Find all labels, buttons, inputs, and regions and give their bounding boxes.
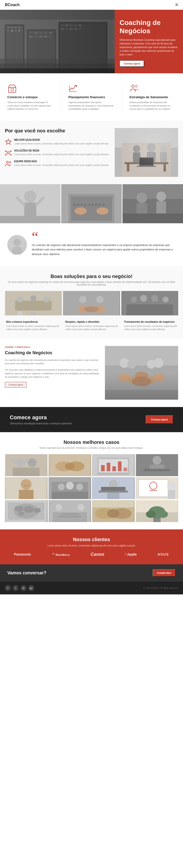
sol-card-title-1: Simples, rápido e divertido: [65, 320, 118, 323]
svg-point-100: [13, 239, 21, 246]
svg-rect-67: [127, 164, 129, 172]
sol-card-2: Treinamento de resultados de negócios Lo…: [123, 320, 178, 331]
svg-rect-59: [122, 143, 171, 177]
photo-cell-0: [0, 184, 61, 223]
client-logo-panasonic: Panasonic: [14, 552, 31, 556]
service-title-0: Comércio e estoque: [7, 95, 53, 99]
svg-point-106: [44, 297, 50, 303]
svg-point-117: [140, 295, 147, 302]
svg-point-131: [127, 376, 138, 384]
svg-rect-152: [123, 468, 127, 471]
case-item-1: [48, 454, 91, 476]
solutions-images: [5, 291, 178, 315]
service-desc-0: There are many variations of passages of…: [7, 101, 53, 111]
svg-rect-77: [0, 216, 61, 223]
svg-point-62: [147, 143, 156, 152]
svg-point-181: [14, 506, 23, 512]
svg-point-124: [136, 355, 147, 366]
svg-point-96: [156, 191, 166, 201]
svg-point-110: [79, 296, 86, 303]
cta-button[interactable]: Começa agora: [146, 415, 173, 424]
svg-point-164: [66, 482, 74, 490]
social-linkedin[interactable]: in: [21, 585, 26, 591]
svg-rect-157: [146, 471, 168, 476]
solutions-cards: Nós criamos experiência Lorem ipsum dolo…: [5, 320, 178, 331]
service-desc-1: Algumas propriedades são típicas proprie…: [68, 101, 114, 111]
svg-point-49: [5, 154, 7, 155]
svg-rect-61: [133, 152, 140, 162]
svg-rect-89: [103, 204, 105, 206]
photo-cell-2: [122, 184, 183, 223]
sol-img-1: [63, 291, 120, 315]
svg-rect-121: [105, 346, 178, 400]
about-left: SOBRE COMPANHIA Coaching de Negócios Os …: [5, 346, 100, 400]
logo: BCoach: [5, 3, 20, 7]
clients-logos: Panasonic TD BlackBerry Canon Apple ASU…: [5, 552, 178, 557]
why-item-title-1: SOLUÇÕES DE REDE: [14, 149, 109, 152]
svg-rect-138: [13, 468, 40, 476]
svg-rect-81: [73, 204, 76, 206]
svg-rect-190: [61, 514, 78, 515]
svg-point-184: [18, 512, 24, 516]
svg-point-47: [5, 151, 7, 152]
contact-footer-section: Vamos conversar? Contate-Nos: [0, 564, 183, 582]
svg-rect-88: [99, 204, 101, 206]
svg-point-48: [10, 151, 11, 152]
svg-point-133: [132, 376, 151, 386]
solutions-title: Boas soluções para o seu negócio!: [5, 274, 178, 279]
svg-point-182: [23, 506, 34, 513]
clients-description: Lorem ipsum dolor sit amet, consectetur …: [5, 544, 178, 547]
shop-icon: [7, 83, 17, 93]
svg-rect-40: [11, 88, 13, 91]
svg-point-132: [145, 376, 155, 384]
quote-section: “ Os coaches de negócios são tipicamente…: [0, 223, 183, 266]
svg-rect-191: [59, 516, 81, 517]
svg-line-54: [9, 153, 10, 154]
people-icon: [130, 83, 139, 93]
svg-point-123: [119, 358, 129, 368]
svg-point-56: [9, 161, 11, 163]
svg-point-44: [132, 85, 134, 88]
why-item-desc-2: Lorem ipsum dolor sit amet, consectetur …: [14, 164, 109, 167]
svg-rect-160: [19, 490, 33, 499]
social-facebook[interactable]: f: [5, 585, 11, 591]
svg-point-46: [7, 152, 9, 154]
svg-point-73: [24, 190, 36, 203]
about-tag: SOBRE COMPANHIA: [5, 346, 100, 348]
svg-rect-57: [115, 128, 178, 177]
footer-socials: f t in g+: [5, 585, 34, 591]
svg-point-116: [131, 297, 137, 303]
svg-point-60: [133, 145, 140, 152]
about-image: [105, 346, 178, 400]
svg-rect-120: [126, 304, 173, 315]
svg-point-202: [158, 510, 168, 518]
case-item-9: [48, 500, 91, 522]
sol-card-1: Simples, rápido e divertido Lorem ipsum …: [64, 320, 119, 331]
about-button[interactable]: Começa agora: [5, 382, 27, 388]
footer-copyright: © 2023 BCoach. All rights reserved.: [143, 587, 178, 589]
service-desc-2: Muitas propriedades de empresas são exce…: [130, 101, 176, 111]
svg-rect-170: [99, 491, 128, 493]
sol-img-0: [5, 291, 62, 315]
sol-card-0: Nós criamos experiência Lorem ipsum dolo…: [5, 320, 60, 331]
quote-mark: “: [32, 233, 176, 240]
hero-description: Oferecemos Business Coaching especializa…: [119, 38, 178, 56]
svg-point-187: [66, 502, 74, 510]
svg-rect-63: [147, 152, 156, 163]
svg-rect-82: [77, 204, 79, 206]
menu-icon[interactable]: ≡: [175, 2, 178, 7]
why-image: [115, 128, 178, 177]
svg-point-55: [6, 161, 8, 163]
social-twitter[interactable]: t: [13, 585, 19, 591]
contact-button[interactable]: Contate-Nos: [152, 569, 176, 577]
hero-cta-button[interactable]: Começa agora: [119, 60, 144, 67]
svg-point-159: [21, 479, 32, 490]
quote-avatar: [7, 235, 27, 254]
svg-rect-148: [101, 465, 105, 471]
social-googleplus[interactable]: g+: [28, 585, 34, 591]
about-desc-2: Por uma taxa, eles trabalham ao lado de …: [5, 368, 100, 379]
cta-description: Oferecemos estratégias financeiras e ser…: [10, 422, 72, 425]
cta-banner: Comece agora Oferecemos estratégias fina…: [0, 407, 183, 432]
why-item-0: MELHOR QUALIDADE Lorem ipsum dolor sit a…: [5, 138, 110, 145]
about-desc-1: Os coaches de negócios são normalmente e…: [5, 359, 100, 366]
